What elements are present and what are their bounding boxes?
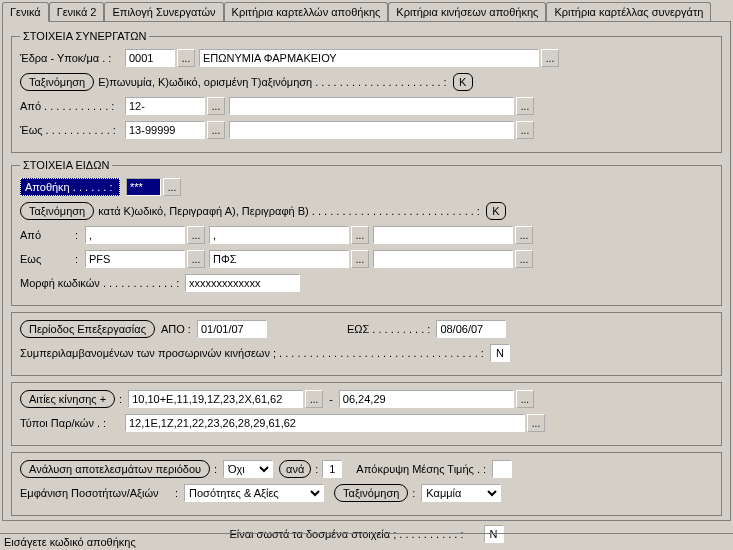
causes-button[interactable]: Αιτίες κίνησης + [20,390,115,408]
analysis-group: Ανάλυση αποτελεσμάτων περιόδου : Όχι ανά… [11,452,722,516]
warehouse-label: Αποθήκη . . . . . . : [20,178,120,196]
items-from-1-lookup[interactable]: ... [187,226,205,244]
partners-sort-button[interactable]: Ταξινόμηση [20,73,94,91]
edra-code-lookup[interactable]: ... [177,49,195,67]
doc-types-lookup[interactable]: ... [527,414,545,432]
period-to-input[interactable] [436,320,506,338]
partners-to-lookup[interactable]: ... [207,121,225,139]
items-legend: ΣΤΟΙΧΕΙΑ ΕΙΔΩΝ [20,159,112,171]
doc-types-input[interactable] [125,414,525,432]
qty-label: Εμφάνιση Ποσοτήτων/Αξιών [20,487,175,499]
edra-name-lookup[interactable]: ... [541,49,559,67]
items-from-1[interactable] [85,226,185,244]
causes-2-lookup[interactable]: ... [516,390,534,408]
partners-sort-text: Ε)πωνυμία, Κ)ωδικό, ορισμένη Τ)αξινόμηση… [98,76,446,88]
period-group: Περίοδος Επεξεργασίας ΑΠΟ : ΕΩΣ . . . . … [11,312,722,376]
partners-group: ΣΤΟΙΧΕΙΑ ΣΥΝΕΡΓΑΤΩΝ Έδρα - Υποκ/μα . : .… [11,30,722,153]
items-sort-button[interactable]: Ταξινόμηση [20,202,94,220]
causes-input-1[interactable] [128,390,303,408]
items-to-1-lookup[interactable]: ... [187,250,205,268]
per-button[interactable]: ανά [279,460,311,478]
warehouse-input[interactable] [126,178,161,196]
causes-input-2[interactable] [339,390,514,408]
period-button[interactable]: Περίοδος Επεξεργασίας [20,320,155,338]
doc-types-label: Τύποι Παρ/κών . : [20,417,125,429]
warehouse-lookup[interactable]: ... [163,178,181,196]
partners-from-desc-lookup[interactable]: ... [516,97,534,115]
per-input[interactable] [322,460,342,478]
tab-general[interactable]: Γενικά [2,2,49,22]
tab-general2[interactable]: Γενικά 2 [49,2,105,21]
edra-name-input[interactable] [199,49,539,67]
items-from-3-lookup[interactable]: ... [515,226,533,244]
period-to-label: ΕΩΣ . . . . . . . . . : [347,323,430,335]
items-from-2-lookup[interactable]: ... [351,226,369,244]
partners-from-desc[interactable] [229,97,514,115]
partners-from-input[interactable] [125,97,205,115]
analysis-select[interactable]: Όχι [223,460,273,478]
format-label: Μορφή κωδικών . . . . . . . . . . . . : [20,277,185,289]
partners-legend: ΣΤΟΙΧΕΙΑ ΣΥΝΕΡΓΑΤΩΝ [20,30,149,42]
items-to-label: Εως [20,253,75,265]
temp-moves-input[interactable] [490,344,510,362]
tab-stock-moves[interactable]: Κριτήρια κινήσεων αποθήκης [388,2,546,21]
partners-to-input[interactable] [125,121,205,139]
status-bar: Εισάγετε κωδικό αποθήκης [0,533,733,550]
partners-from-label: Από . . . . . . . . . . . : [20,100,125,112]
tab-content: ΣΤΟΙΧΕΙΑ ΣΥΝΕΡΓΑΤΩΝ Έδρα - Υποκ/μα . : .… [2,21,731,521]
items-from-label: Από [20,229,75,241]
partners-to-desc-lookup[interactable]: ... [516,121,534,139]
items-from-3[interactable] [373,226,513,244]
partners-to-desc[interactable] [229,121,514,139]
qty-select[interactable]: Ποσότητες & Αξίες [184,484,324,502]
items-from-2[interactable] [209,226,349,244]
format-input[interactable] [185,274,300,292]
partners-to-label: Έως . . . . . . . . . . . : [20,124,125,136]
causes-group: Αιτίες κίνησης + : ... - ... Τύποι Παρ/κ… [11,382,722,446]
items-to-1[interactable] [85,250,185,268]
hide-avg-input[interactable] [492,460,512,478]
period-from-input[interactable] [197,320,267,338]
tab-stock-cards[interactable]: Κριτήρια καρτελλών αποθήκης [224,2,389,21]
causes-1-lookup[interactable]: ... [305,390,323,408]
hide-avg-label: Απόκρυψη Μέσης Τιμής . : [356,463,486,475]
temp-moves-label: Συμπεριλαμβανομένων των προσωρινών κινήσ… [20,347,484,359]
partners-sort-value[interactable]: Κ [453,73,473,91]
analysis-button[interactable]: Ανάλυση αποτελεσμάτων περιόδου [20,460,210,478]
tab-partners[interactable]: Επιλογή Συνεργατών [104,2,223,21]
tab-bar: Γενικά Γενικά 2 Επιλογή Συνεργατών Κριτή… [0,0,733,21]
edra-label: Έδρα - Υποκ/μα . : [20,52,125,64]
items-sort-text: κατά Κ)ωδικό, Περιγραφή Α), Περιγραφή Β)… [98,205,480,217]
edra-code-input[interactable] [125,49,175,67]
items-to-2-lookup[interactable]: ... [351,250,369,268]
analysis-sort-select[interactable]: Καμμία [421,484,501,502]
items-to-3-lookup[interactable]: ... [515,250,533,268]
items-sort-value[interactable]: Κ [486,202,506,220]
items-to-3[interactable] [373,250,513,268]
tab-partner-card[interactable]: Κριτήρια καρτέλλας συνεργάτη [546,2,711,21]
items-group: ΣΤΟΙΧΕΙΑ ΕΙΔΩΝ Αποθήκη . . . . . . : ...… [11,159,722,306]
items-to-2[interactable] [209,250,349,268]
partners-from-lookup[interactable]: ... [207,97,225,115]
period-from-label: ΑΠΟ : [161,323,191,335]
analysis-sort-button[interactable]: Ταξινόμηση [334,484,408,502]
